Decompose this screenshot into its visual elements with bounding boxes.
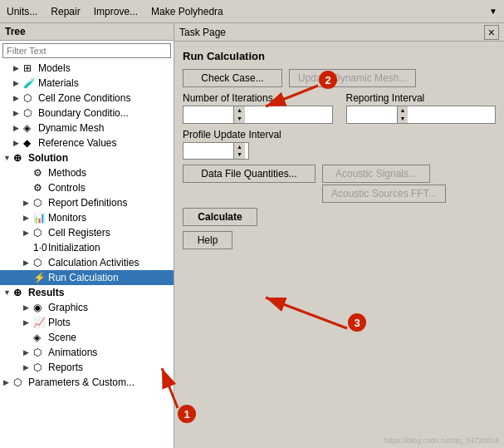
improve-menu[interactable]: Improve... — [94, 6, 138, 17]
make-polyhedra-menu[interactable]: Make Polyhedra — [151, 6, 223, 17]
tree-item-label: Results — [28, 287, 64, 298]
tree-item-icon: ⬡ — [33, 257, 46, 268]
calculate-button[interactable]: Calculate — [183, 208, 257, 226]
profile-up[interactable]: ▲ — [234, 143, 245, 151]
tree-arrow-icon: ▶ — [23, 258, 33, 267]
update-mesh-button[interactable]: Update Dynamic Mesh... — [289, 69, 416, 87]
tree-item-parameters--custom-[interactable]: ▶⬡Parameters & Custom... — [0, 375, 174, 390]
profile-input[interactable]: 1 — [183, 143, 233, 158]
tree-item-icon: ◈ — [23, 122, 37, 134]
help-button[interactable]: Help — [183, 231, 232, 249]
task-page-label: Task Page — [179, 27, 226, 38]
tree-item-label: Boundary Conditio... — [38, 107, 129, 119]
iterations-spinbox[interactable]: 50 ▲ ▼ — [183, 106, 333, 124]
tree-item-label: Cell Registers — [48, 227, 110, 239]
tree-area: ▶⊞Models▶🧪Materials▶⬡Cell Zone Condition… — [0, 61, 174, 448]
tree-item-icon: ◆ — [23, 137, 37, 149]
dropdown-arrow-icon[interactable]: ▼ — [489, 7, 497, 16]
tree-item-cell-zone-conditions[interactable]: ▶⬡Cell Zone Conditions — [0, 91, 174, 106]
tree-item-scene[interactable]: ◈Scene — [0, 330, 174, 345]
tree-item-animations[interactable]: ▶⬡Animations — [0, 345, 174, 360]
tree-item-run-calculation[interactable]: ⚡Run Calculation — [0, 270, 174, 285]
data-file-button[interactable]: Data File Quantities... — [183, 165, 316, 183]
tree-item-icon: ◈ — [33, 332, 46, 343]
tree-arrow-icon: ▶ — [13, 139, 23, 147]
acoustic-signals-button[interactable]: Acoustic Signals... — [322, 165, 430, 183]
calculate-row: Calculate — [183, 208, 496, 226]
tree-arrow-icon: ▶ — [13, 109, 23, 117]
check-case-row: Check Case... Update Dynamic Mesh... — [183, 69, 496, 87]
check-case-button[interactable]: Check Case... — [183, 69, 282, 87]
tree-item-label: Run Calculation — [48, 272, 119, 283]
tree-item-materials[interactable]: ▶🧪Materials — [0, 76, 174, 91]
iterations-col: Number of Iterations 50 ▲ ▼ — [183, 92, 333, 124]
sidebar-header: Tree — [0, 23, 174, 41]
tree-arrow-icon: ▶ — [23, 348, 33, 357]
tree-item-icon: ⚙ — [33, 182, 46, 194]
reporting-input[interactable]: 1 — [347, 107, 397, 122]
tree-item-label: Models — [38, 62, 71, 74]
tree-arrow-icon: ▼ — [3, 154, 13, 162]
close-button[interactable]: × — [484, 25, 499, 40]
tree-item-monitors[interactable]: ▶📊Monitors — [0, 210, 174, 225]
tree-arrow-icon: ▼ — [3, 288, 13, 297]
tree-item-dynamic-mesh[interactable]: ▶◈Dynamic Mesh — [0, 121, 174, 135]
help-row: Help — [183, 231, 496, 249]
tree-item-reference-values[interactable]: ▶◆Reference Values — [0, 135, 174, 150]
iterations-arrows: ▲ ▼ — [233, 106, 245, 123]
tree-item-icon: 🧪 — [23, 77, 37, 89]
tree-item-label: Reports — [48, 362, 83, 373]
tree-item-label: Methods — [48, 167, 86, 179]
tree-item-label: Animations — [48, 347, 97, 358]
tree-item-label: Plots — [48, 317, 71, 328]
tree-item-methods[interactable]: ⚙Methods — [0, 165, 174, 180]
tree-arrow-icon: ▶ — [3, 378, 13, 386]
tree-item-plots[interactable]: ▶📈Plots — [0, 315, 174, 330]
tree-item-label: Scene — [48, 332, 76, 343]
tree-item-models[interactable]: ▶⊞Models — [0, 61, 174, 76]
tree-item-calculation-activities[interactable]: ▶⬡Calculation Activities — [0, 255, 174, 270]
filter-input[interactable] — [2, 43, 171, 58]
tree-item-icon: ⬡ — [23, 107, 37, 119]
tree-item-icon: ⬡ — [33, 347, 46, 358]
tree-item-cell-registers[interactable]: ▶⬡Cell Registers — [0, 225, 174, 240]
tree-item-label: Reference Values — [38, 137, 117, 149]
tree-item-report-definitions[interactable]: ▶⬡Report Definitions — [0, 195, 174, 210]
iterations-up[interactable]: ▲ — [234, 106, 245, 115]
tree-item-icon: ◉ — [33, 302, 46, 313]
tree-item-graphics[interactable]: ▶◉Graphics — [0, 300, 174, 315]
tree-item-controls[interactable]: ⚙Controls — [0, 180, 174, 195]
reporting-spinbox[interactable]: 1 ▲ ▼ — [346, 106, 497, 124]
tree-item-reports[interactable]: ▶⬡Reports — [0, 360, 174, 375]
tree-item-solution[interactable]: ▼⊕Solution — [0, 150, 174, 165]
tree-item-label: Report Definitions — [48, 197, 127, 209]
reporting-up[interactable]: ▲ — [398, 106, 409, 115]
tree-item-label: Monitors — [48, 212, 86, 224]
profile-update-label: Profile Update Interval — [183, 129, 496, 140]
tree-item-icon: ⬡ — [33, 362, 46, 373]
tree-item-initialization[interactable]: 1·0Initialization — [0, 240, 174, 255]
tree-item-icon: ⬡ — [33, 227, 46, 239]
profile-spinbox[interactable]: 1 ▲ ▼ — [183, 142, 249, 160]
iterations-input[interactable]: 50 — [183, 107, 233, 122]
tree-item-icon: ⬡ — [33, 197, 46, 209]
tree-item-icon: ⊕ — [13, 287, 27, 298]
tree-item-boundary-conditio-[interactable]: ▶⬡Boundary Conditio... — [0, 106, 174, 121]
iterations-label: Number of Iterations — [183, 92, 333, 104]
main-area: Tree ▶⊞Models▶🧪Materials▶⬡Cell Zone Cond… — [0, 23, 504, 448]
repair-menu[interactable]: Repair — [51, 6, 80, 17]
tree-item-icon: ⬡ — [23, 92, 37, 104]
tree-item-results[interactable]: ▼⊕Results — [0, 285, 174, 300]
iterations-down[interactable]: ▼ — [234, 115, 245, 123]
profile-down[interactable]: ▼ — [234, 150, 245, 159]
right-panel: Task Page × Run Calculation Check Case..… — [174, 23, 504, 448]
units-menu[interactable]: Units... — [7, 6, 37, 17]
task-page-header: Task Page × — [174, 23, 504, 42]
acoustic-fft-button[interactable]: Acoustic Sources FFT... — [322, 185, 446, 203]
reporting-down[interactable]: ▼ — [398, 115, 409, 123]
tree-arrow-icon: ▶ — [23, 363, 33, 372]
watermark: https://blog.csdn.net/qq_34720818 — [384, 436, 499, 445]
data-acoustic-row: Data File Quantities... Acoustic Signals… — [183, 165, 496, 183]
tree-item-label: Controls — [48, 182, 86, 194]
iterations-reporting-row: Number of Iterations 50 ▲ ▼ Reporting In… — [183, 92, 496, 124]
